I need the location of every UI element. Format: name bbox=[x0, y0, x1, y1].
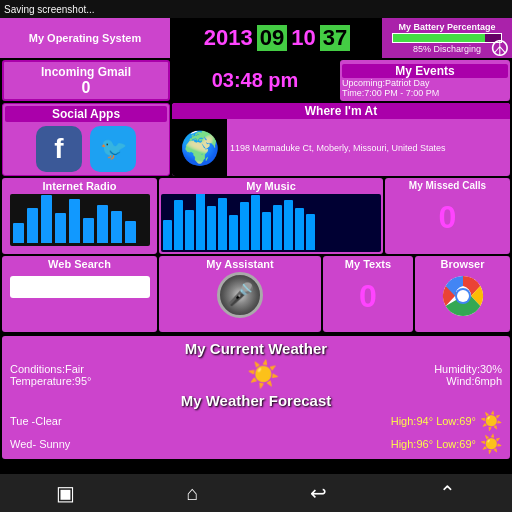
social-block: Social Apps f 🐦 bbox=[2, 103, 170, 176]
radio-bar bbox=[125, 221, 136, 243]
events-time: Time:7:00 PM - 7:00 PM bbox=[342, 88, 508, 98]
web-search-title: Web Search bbox=[48, 258, 111, 270]
main-content: My Operating System 2013 09 10 37 My Bat… bbox=[0, 18, 512, 492]
forecast-day-1: Tue -Clear bbox=[10, 415, 62, 427]
weather-wind: Wind:6mph bbox=[434, 375, 502, 387]
recents-button[interactable]: ▣ bbox=[44, 477, 87, 509]
battery-bar-container bbox=[392, 33, 502, 43]
facebook-button[interactable]: f bbox=[36, 126, 82, 172]
where-address: 1198 Marmaduke Ct, Moberly, Missouri, Un… bbox=[227, 119, 510, 176]
texts-count: 0 bbox=[359, 278, 377, 315]
weather-forecast-title: My Weather Forecast bbox=[10, 392, 502, 409]
weather-right: Humidity:30% Wind:6mph bbox=[434, 363, 502, 387]
my-music-title: My Music bbox=[246, 180, 296, 192]
back-button[interactable]: ↩ bbox=[298, 477, 339, 509]
year-display: 2013 bbox=[202, 25, 255, 51]
radio-visualizer bbox=[10, 194, 150, 246]
missed-calls-count: 0 bbox=[439, 199, 457, 236]
battery-percentage: 85% Discharging bbox=[413, 44, 481, 54]
battery-label: My Battery Percentage bbox=[398, 22, 495, 32]
weather-current-row: Conditions:Fair Temperature:95° ☀️ Humid… bbox=[10, 359, 502, 390]
weather-humidity: Humidity:30% bbox=[434, 363, 502, 375]
my-texts-title: My Texts bbox=[345, 258, 391, 270]
sun-icon: ☀️ bbox=[247, 359, 279, 390]
home-button[interactable]: ⌂ bbox=[175, 478, 211, 509]
events-upcoming: Upcoming:Patriot Day bbox=[342, 78, 508, 88]
where-content: 🌍 1198 Marmaduke Ct, Moberly, Missouri, … bbox=[172, 119, 510, 176]
my-music[interactable]: My Music bbox=[159, 178, 383, 254]
bottom-nav: ▣ ⌂ ↩ ⌃ bbox=[0, 474, 512, 512]
radio-bar bbox=[111, 211, 122, 243]
radio-bar bbox=[83, 218, 94, 243]
twitter-button[interactable]: 🐦 bbox=[90, 126, 136, 172]
internet-radio-title: Internet Radio bbox=[43, 180, 117, 192]
forecast-row-1: Tue -Clear High:94° Low:69° ☀️ bbox=[10, 410, 502, 432]
third-row: Social Apps f 🐦 Where I'm At 🌍 1198 Marm… bbox=[0, 103, 512, 178]
my-assistant[interactable]: My Assistant 🎤 bbox=[159, 256, 321, 332]
radio-bar bbox=[41, 195, 52, 243]
time-block: 03:48 pm bbox=[172, 60, 338, 101]
earth-icon: 🌍 bbox=[172, 119, 227, 176]
up-button[interactable]: ⌃ bbox=[427, 477, 468, 509]
peace-icon: ☮ bbox=[490, 36, 510, 62]
top-row: My Operating System 2013 09 10 37 My Bat… bbox=[0, 18, 512, 58]
os-name[interactable]: My Operating System bbox=[0, 18, 170, 58]
music-visualizer bbox=[161, 194, 381, 252]
web-search[interactable]: Web Search bbox=[2, 256, 157, 332]
weather-temp: Temperature:95° bbox=[10, 375, 91, 387]
forecast-temps-1: High:94° Low:69° bbox=[391, 415, 476, 427]
incoming-count: 0 bbox=[82, 79, 91, 97]
where-im-at: Where I'm At 🌍 1198 Marmaduke Ct, Moberl… bbox=[172, 103, 510, 176]
internet-radio[interactable]: Internet Radio bbox=[2, 178, 157, 254]
status-bar: Saving screenshot... bbox=[0, 0, 512, 18]
battery-bar bbox=[393, 34, 485, 42]
radio-bar bbox=[55, 213, 66, 243]
radio-bar bbox=[27, 208, 38, 243]
svg-point-2 bbox=[457, 290, 469, 302]
missed-calls[interactable]: My Missed Calls 0 bbox=[385, 178, 510, 254]
month-display: 09 bbox=[257, 25, 287, 51]
events-title: My Events bbox=[342, 64, 508, 78]
day-display: 10 bbox=[289, 25, 317, 51]
forecast-day-2: Wed- Sunny bbox=[10, 438, 70, 450]
radio-bar bbox=[97, 205, 108, 243]
chrome-icon bbox=[441, 274, 485, 318]
browser-title: Browser bbox=[440, 258, 484, 270]
sun-icon-1: ☀️ bbox=[480, 410, 502, 432]
radio-bar bbox=[69, 199, 80, 243]
events-top: My Events Upcoming:Patriot Day Time:7:00… bbox=[340, 60, 510, 101]
incoming-label: Incoming Gmail bbox=[41, 65, 131, 79]
forecast-temps-2: High:96° Low:69° bbox=[391, 438, 476, 450]
forecast-row-2: Wed- Sunny High:96° Low:69° ☀️ bbox=[10, 433, 502, 455]
second-row: Incoming Gmail 0 03:48 pm My Events Upco… bbox=[0, 58, 512, 103]
search-input[interactable] bbox=[10, 276, 150, 298]
my-assistant-title: My Assistant bbox=[206, 258, 273, 270]
weather-conditions: Conditions:Fair bbox=[10, 363, 91, 375]
row4: Internet Radio My Music bbox=[0, 178, 512, 256]
social-icons: f 🐦 bbox=[36, 126, 136, 172]
status-text: Saving screenshot... bbox=[4, 4, 95, 15]
datetime-block: 2013 09 10 37 bbox=[170, 18, 382, 58]
row5: Web Search My Assistant 🎤 My Texts 0 Bro… bbox=[0, 256, 512, 334]
radio-bar bbox=[13, 223, 24, 243]
missed-calls-title: My Missed Calls bbox=[409, 180, 486, 191]
browser[interactable]: Browser bbox=[415, 256, 510, 332]
social-title: Social Apps bbox=[5, 106, 167, 122]
hour-display: 37 bbox=[320, 25, 350, 51]
my-texts[interactable]: My Texts 0 bbox=[323, 256, 413, 332]
microphone-icon[interactable]: 🎤 bbox=[217, 272, 263, 318]
weather-left: Conditions:Fair Temperature:95° bbox=[10, 363, 91, 387]
incoming-block[interactable]: Incoming Gmail 0 bbox=[2, 60, 170, 101]
time-display: 03:48 pm bbox=[212, 69, 299, 92]
sun-icon-2: ☀️ bbox=[480, 433, 502, 455]
weather-section: My Current Weather Conditions:Fair Tempe… bbox=[2, 336, 510, 459]
weather-current-title: My Current Weather bbox=[10, 340, 502, 357]
where-title: Where I'm At bbox=[172, 103, 510, 119]
